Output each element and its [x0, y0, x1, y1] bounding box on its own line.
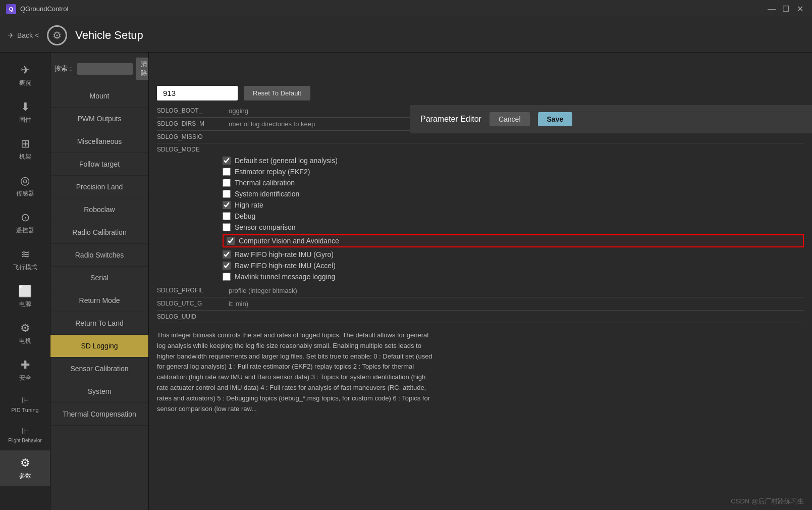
menu-item-mount[interactable]: Mount	[50, 85, 148, 108]
checkbox-sensor-comparison-label: Sensor comparison	[235, 223, 296, 231]
firmware-icon: ⬇	[21, 100, 30, 114]
overview-label: 概况	[19, 79, 31, 87]
pid-icon: ⊩	[22, 395, 29, 405]
checkbox-cv-avoidance-input[interactable]	[227, 237, 235, 245]
checkbox-estimator-replay-input[interactable]	[223, 168, 231, 176]
back-button[interactable]: ✈ Back <	[8, 31, 39, 39]
checkbox-estimator-replay[interactable]: Estimator replay (EKF2)	[223, 168, 804, 176]
param-right-dirs: nber of log directories to keep	[229, 120, 315, 128]
param-right-utcg: it: min)	[229, 300, 248, 308]
sidebar-item-radio[interactable]: ⊙ 遥控器	[0, 205, 50, 241]
firmware-label: 固件	[19, 116, 31, 124]
checkbox-raw-fifo-accel-input[interactable]	[223, 262, 231, 270]
checkbox-raw-fifo-gyro-input[interactable]	[223, 250, 231, 259]
sensors-icon: ◎	[20, 174, 30, 187]
menu-item-sensorcal[interactable]: Sensor Calibration	[50, 358, 148, 380]
menu-item-serial[interactable]: Serial	[50, 267, 148, 289]
checkbox-cv-avoidance[interactable]: Computer Vision and Avoidance	[223, 234, 804, 247]
checkbox-raw-fifo-gyro-label: Raw FIFO high-rate IMU (Gyro)	[235, 250, 334, 259]
checkbox-raw-fifo-gyro[interactable]: Raw FIFO high-rate IMU (Gyro)	[223, 250, 804, 259]
param-name-mode: SDLOG_MODE	[157, 146, 223, 153]
params-label: 参数	[19, 472, 31, 480]
checkbox-high-rate[interactable]: High rate	[223, 201, 804, 209]
sidebar-menu: 搜索： 清除 Mount PWM Outputs Miscellaneous F…	[50, 53, 149, 510]
checkbox-sensor-comparison-input[interactable]	[223, 223, 231, 231]
menu-item-radiocal[interactable]: Radio Calibration	[50, 221, 148, 244]
menu-item-roboclaw[interactable]: Roboclaw	[50, 198, 148, 221]
menu-item-follow[interactable]: Follow target	[50, 153, 148, 176]
menu-item-precision[interactable]: Precision Land	[50, 176, 148, 198]
window-controls: — ☐ ✕	[766, 3, 806, 15]
cancel-button[interactable]: Cancel	[490, 112, 530, 126]
overview-icon: ✈	[21, 64, 30, 77]
menu-item-system[interactable]: System	[50, 380, 148, 403]
param-name-uuid: SDLOG_UUID	[157, 313, 223, 320]
sidebar-item-safety[interactable]: ✚ 安全	[0, 352, 50, 388]
sidebar-item-power[interactable]: ⬜ 电源	[0, 279, 50, 315]
sidebar-item-flightmodes[interactable]: ≋ 飞行模式	[0, 242, 50, 278]
sidebar-item-overview[interactable]: ✈ 概况	[0, 58, 50, 93]
separator	[157, 143, 804, 143]
reset-button[interactable]: Reset To Default	[244, 86, 310, 100]
radio-label: 遥控器	[16, 226, 34, 235]
checkbox-high-rate-input[interactable]	[223, 201, 231, 209]
checkbox-sensor-comparison[interactable]: Sensor comparison	[223, 223, 804, 231]
checkbox-thermal-cal[interactable]: Thermal calibration	[223, 179, 804, 187]
checkbox-debug-input[interactable]	[223, 212, 231, 220]
sidebar-item-flightbehavior[interactable]: ⊩ Flight Behavior	[0, 420, 50, 449]
menu-item-miscellaneous[interactable]: Miscellaneous	[50, 130, 148, 153]
save-button[interactable]: Save	[538, 112, 573, 126]
menu-item-returnmode[interactable]: Return Mode	[50, 289, 148, 312]
flightbehavior-label: Flight Behavior	[8, 438, 42, 443]
menu-item-returntoland[interactable]: Return To Land	[50, 312, 148, 335]
checkbox-default-set[interactable]: Default set (general log analysis)	[223, 157, 804, 165]
flightbehavior-icon: ⊩	[22, 426, 29, 436]
checkbox-debug[interactable]: Debug	[223, 212, 804, 220]
separator	[157, 284, 804, 284]
menu-item-radioswitches[interactable]: Radio Switches	[50, 244, 148, 267]
search-input[interactable]	[77, 63, 133, 75]
param-entry-mode: SDLOG_MODE	[157, 144, 804, 155]
checkbox-default-set-label: Default set (general log analysis)	[235, 157, 338, 165]
menu-item-thermalcomp[interactable]: Thermal Compensation	[50, 403, 148, 426]
param-entry-utcg: SDLOG_UTC_G it: min)	[157, 298, 804, 309]
menu-item-pwm[interactable]: PWM Outputs	[50, 108, 148, 130]
checkbox-system-id-label: System identification	[235, 190, 299, 198]
close-button[interactable]: ✕	[794, 3, 806, 15]
power-label: 电源	[19, 300, 31, 309]
menu-item-sdlogging[interactable]: SD Logging	[50, 335, 148, 358]
separator	[157, 323, 804, 323]
main-layout: ✈ 概况 ⬇ 固件 ⊞ 机架 ◎ 传感器 ⊙ 遥控器 ≋ 飞行模式 ⬜ 电源 ⚙	[0, 53, 812, 510]
sidebar-item-firmware[interactable]: ⬇ 固件	[0, 94, 50, 130]
maximize-button[interactable]: ☐	[780, 3, 792, 15]
checkbox-system-id-input[interactable]	[223, 190, 231, 198]
param-right-boot: ogging	[229, 107, 248, 115]
param-editor-bar: Parameter Editor Cancel Save	[410, 105, 812, 133]
checkbox-debug-label: Debug	[235, 212, 255, 220]
radio-icon: ⊙	[21, 211, 30, 224]
sidebar-item-sensors[interactable]: ◎ 传感器	[0, 168, 50, 204]
checkbox-thermal-cal-label: Thermal calibration	[235, 179, 295, 187]
title-bar-left: Q QGroundControl	[6, 4, 68, 14]
app-icon: Q	[6, 4, 16, 14]
header-bar: ✈ Back < ⚙ Vehicle Setup	[0, 18, 812, 53]
back-arrow-icon: ✈	[8, 31, 14, 39]
sidebar-item-airframe[interactable]: ⊞ 机架	[0, 131, 50, 167]
param-name-boot: SDLOG_BOOT_	[157, 107, 223, 114]
sidebar-item-params[interactable]: ⚙ 参数	[0, 450, 50, 486]
value-input[interactable]	[157, 86, 238, 100]
checkbox-default-set-input[interactable]	[223, 157, 231, 165]
checkbox-mavlink-tunnel[interactable]: Mavlink tunnel message logging	[223, 273, 804, 281]
param-name-missio: SDLOG_MISSIO	[157, 133, 223, 140]
motors-icon: ⚙	[20, 322, 30, 335]
checkbox-system-id[interactable]: System identification	[223, 190, 804, 198]
clear-button[interactable]: 清除	[136, 58, 149, 80]
checkbox-mavlink-tunnel-input[interactable]	[223, 273, 231, 281]
sidebar-item-pid[interactable]: ⊩ PID Tuning	[0, 389, 50, 419]
param-name-utcg: SDLOG_UTC_G	[157, 300, 223, 307]
params-icon: ⚙	[20, 456, 30, 470]
checkbox-thermal-cal-input[interactable]	[223, 179, 231, 187]
checkbox-raw-fifo-accel[interactable]: Raw FIFO high-rate IMU (Accel)	[223, 262, 804, 270]
sidebar-item-motors[interactable]: ⚙ 电机	[0, 316, 50, 351]
minimize-button[interactable]: —	[766, 3, 778, 15]
